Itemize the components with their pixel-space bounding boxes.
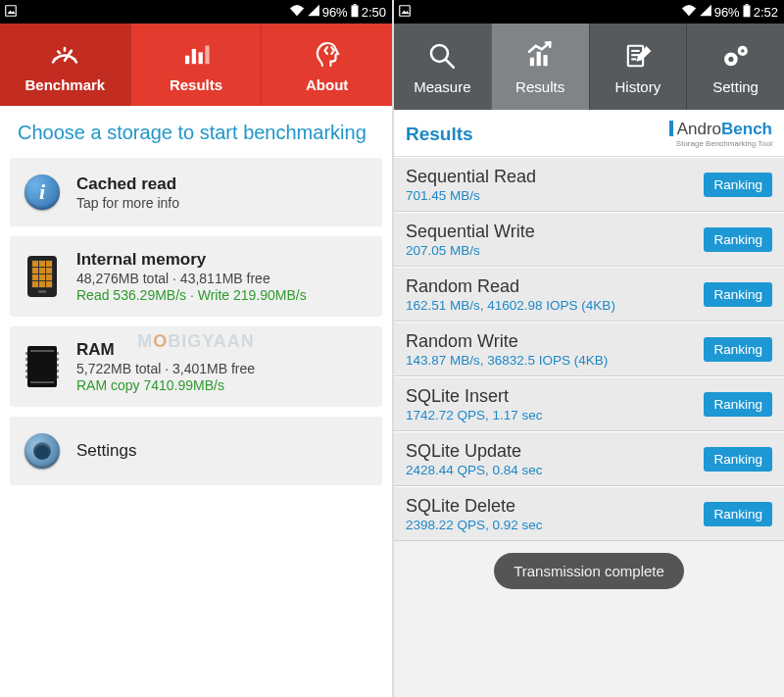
svg-marker-1 (8, 10, 16, 14)
svg-marker-16 (402, 10, 410, 14)
tab-label: Setting (712, 78, 759, 95)
row-title: Random Write (406, 331, 704, 352)
svg-rect-3 (351, 5, 358, 17)
svg-line-9 (70, 51, 72, 53)
ranking-button[interactable]: Ranking (704, 173, 772, 197)
row-title: Sequential Read (406, 167, 704, 187)
row-random-write[interactable]: Random Write143.87 MB/s, 36832.5 IOPS (4… (394, 322, 784, 376)
tab-benchmark[interactable]: Benchmark (0, 24, 130, 106)
wifi-icon (289, 4, 305, 20)
tab-about[interactable]: About (261, 24, 392, 106)
cell-signal-icon (699, 4, 712, 20)
status-bar: 96% 2:52 (394, 0, 784, 24)
results-list: Sequential Read701.45 MB/s Ranking Seque… (394, 157, 784, 697)
ranking-button[interactable]: Ranking (704, 337, 772, 362)
chart-icon (523, 39, 557, 73)
card-title: Internal memory (76, 250, 370, 270)
card-internal-memory[interactable]: Internal memory 48,276MB total · 43,811M… (10, 236, 382, 317)
left-phone: 96% 2:50 Benchmark Results Ab (0, 0, 392, 697)
svg-rect-15 (400, 5, 411, 16)
magnifier-icon (425, 39, 459, 73)
ranking-button[interactable]: Ranking (704, 447, 772, 472)
tab-label: Benchmark (24, 76, 105, 93)
tab-label: Results (170, 76, 222, 93)
svg-rect-19 (745, 4, 748, 5)
svg-rect-14 (205, 45, 209, 64)
toast-message: Transmission complete (494, 553, 684, 589)
battery-icon (742, 4, 752, 21)
svg-rect-13 (199, 52, 203, 64)
ranking-button[interactable]: Ranking (704, 282, 772, 307)
tab-results[interactable]: Results (491, 24, 589, 110)
row-value: 143.87 MB/s, 36832.5 IOPS (4KB) (406, 353, 704, 368)
svg-line-6 (55, 58, 58, 59)
svg-point-30 (728, 56, 733, 61)
battery-icon (350, 4, 360, 21)
info-icon: i (24, 174, 60, 210)
svg-marker-17 (700, 5, 711, 17)
svg-rect-11 (185, 55, 189, 63)
card-sub: Tap for more info (76, 195, 370, 211)
svg-rect-24 (544, 55, 548, 66)
status-bar: 96% 2:50 (0, 0, 392, 24)
tab-setting[interactable]: Setting (686, 24, 784, 110)
svg-rect-23 (537, 51, 541, 65)
ranking-button[interactable]: Ranking (704, 502, 772, 526)
row-sequential-write[interactable]: Sequential Write207.05 MB/s Ranking (394, 212, 784, 267)
picture-icon (398, 4, 412, 21)
svg-rect-12 (192, 48, 196, 63)
tab-label: Measure (414, 78, 470, 95)
svg-line-10 (73, 58, 75, 59)
ranking-button[interactable]: Ranking (704, 227, 772, 252)
top-tabs: Measure Results History Setting (394, 24, 784, 110)
card-ram[interactable]: RAM 5,722MB total · 3,401MB free RAM cop… (10, 326, 382, 407)
row-title: Sequential Write (406, 222, 704, 242)
gears-icon (719, 39, 753, 73)
row-title: Random Read (406, 276, 704, 297)
picture-icon (4, 4, 18, 21)
right-phone: 96% 2:52 Measure Results History (392, 0, 784, 697)
androbench-logo: AndroBench Storage Benchmarking Tool (669, 120, 772, 148)
svg-rect-4 (353, 4, 356, 5)
gauge-icon (48, 37, 81, 71)
battery-pct: 96% (322, 5, 348, 20)
clock: 2:52 (754, 5, 778, 20)
tab-history[interactable]: History (589, 24, 687, 110)
ram-chip-icon (27, 346, 57, 387)
svg-line-21 (447, 60, 455, 68)
card-sub: 5,722MB total · 3,401MB free (76, 361, 370, 376)
wifi-icon (681, 4, 697, 20)
clock: 2:50 (362, 5, 386, 20)
tab-label: Results (515, 78, 564, 95)
row-sqlite-insert[interactable]: SQLite Insert1742.72 QPS, 1.17 sec Ranki… (394, 376, 784, 431)
battery-pct: 96% (714, 5, 740, 20)
tab-measure[interactable]: Measure (394, 24, 491, 110)
tab-results[interactable]: Results (130, 24, 262, 106)
card-title: Settings (76, 441, 370, 461)
card-sub: 48,276MB total · 43,811MB free (76, 271, 370, 286)
bars-icon (179, 37, 213, 71)
gear-icon (24, 433, 60, 469)
card-settings[interactable]: Settings (10, 417, 382, 485)
tab-label: About (306, 76, 348, 93)
page-title: Choose a storage to start benchmarking (0, 106, 392, 158)
svg-marker-2 (308, 5, 319, 17)
row-sqlite-delete[interactable]: SQLite Delete2398.22 QPS, 0.92 sec Ranki… (394, 486, 784, 541)
ranking-button[interactable]: Ranking (704, 392, 772, 417)
row-random-read[interactable]: Random Read162.51 MB/s, 41602.98 IOPS (4… (394, 267, 784, 322)
card-result: RAM copy 7410.99MB/s (76, 377, 370, 393)
row-value: 2428.44 QPS, 0.84 sec (406, 463, 704, 477)
row-title: SQLite Update (406, 441, 704, 462)
row-value: 701.45 MB/s (406, 188, 704, 203)
svg-point-32 (741, 49, 744, 52)
svg-rect-0 (6, 5, 17, 16)
row-sequential-read[interactable]: Sequential Read701.45 MB/s Ranking (394, 157, 784, 212)
card-title: RAM (76, 340, 370, 360)
row-value: 2398.22 QPS, 0.92 sec (406, 518, 704, 532)
top-tabs: Benchmark Results About (0, 24, 392, 106)
row-sqlite-update[interactable]: SQLite Update2428.44 QPS, 0.84 sec Ranki… (394, 431, 784, 486)
card-cached-read[interactable]: i Cached read Tap for more info (10, 158, 382, 226)
row-value: 207.05 MB/s (406, 243, 704, 258)
row-title: SQLite Insert (406, 386, 704, 407)
svg-rect-22 (530, 57, 534, 65)
